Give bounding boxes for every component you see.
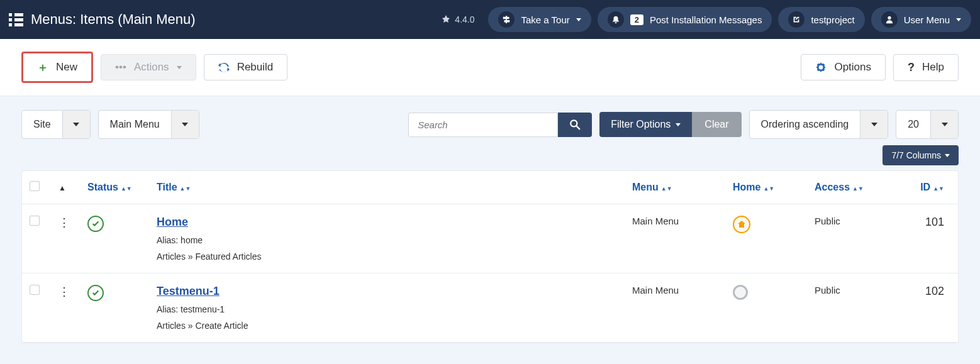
item-title-link[interactable]: Home: [157, 216, 188, 228]
ellipsis-icon: •••: [115, 61, 126, 74]
row-actions-menu[interactable]: ⋮: [58, 285, 70, 298]
status-published-icon[interactable]: [87, 216, 104, 232]
joomla-version: 4.4.0: [441, 14, 474, 25]
ordering-column[interactable]: ▲: [58, 184, 66, 192]
item-menu: Main Menu: [625, 204, 725, 273]
search-icon: [569, 119, 581, 130]
ordering-select[interactable]: Ordering ascending: [749, 110, 889, 139]
access-header[interactable]: Access▲▼: [807, 171, 901, 204]
home-header[interactable]: Home▲▼: [725, 171, 807, 204]
item-title-link[interactable]: Testmenu-1: [157, 285, 220, 297]
row-actions-menu[interactable]: ⋮: [58, 216, 70, 229]
svg-point-0: [888, 16, 891, 19]
chevron-down-icon: [182, 123, 188, 126]
notification-badge: 2: [630, 14, 643, 25]
home-toggle[interactable]: [733, 285, 748, 300]
client-select[interactable]: Site: [21, 110, 91, 139]
chevron-down-icon: [73, 123, 79, 126]
table-row: ⋮Testmenu-1Alias: testmenu-1Articles » C…: [22, 273, 958, 343]
plus-icon: ＋: [37, 60, 48, 75]
id-header[interactable]: ID▲▼: [901, 171, 958, 204]
filter-options-button[interactable]: Filter Options: [599, 112, 692, 137]
search-input[interactable]: [408, 113, 558, 137]
item-access: Public: [807, 204, 901, 273]
home-default-icon[interactable]: [733, 216, 750, 233]
item-id: 102: [901, 273, 958, 343]
item-access: Public: [807, 273, 901, 343]
limit-select[interactable]: 20: [896, 110, 959, 139]
cog-icon: [815, 62, 827, 73]
columns-button[interactable]: 7/7 Columns: [883, 145, 959, 165]
user-icon: [881, 11, 898, 28]
search-button[interactable]: [558, 113, 592, 137]
item-menu: Main Menu: [625, 273, 725, 343]
rebuild-button[interactable]: Rebuild: [204, 54, 288, 80]
svg-point-1: [571, 120, 577, 126]
map-signs-icon: [498, 11, 515, 28]
menu-header[interactable]: Menu▲▼: [625, 171, 725, 204]
item-id: 101: [901, 204, 958, 273]
item-alias: Alias: testmenu-1: [157, 304, 617, 314]
user-menu-button[interactable]: User Menu: [871, 7, 971, 32]
row-checkbox[interactable]: [30, 285, 40, 295]
caret-down-icon: [945, 154, 950, 157]
chevron-down-icon: [871, 123, 877, 126]
chevron-down-icon: [177, 66, 182, 69]
actions-button[interactable]: ••• Actions: [101, 54, 196, 80]
bell-icon: [608, 11, 624, 28]
joomla-icon: [441, 14, 451, 25]
help-button[interactable]: ? Help: [893, 54, 959, 81]
item-path: Articles » Featured Articles: [157, 251, 617, 262]
row-checkbox[interactable]: [30, 216, 40, 226]
svg-line-2: [576, 126, 580, 130]
select-all-checkbox[interactable]: [30, 181, 40, 191]
sidebar-toggle-icon[interactable]: [9, 13, 23, 26]
new-button[interactable]: ＋ New: [21, 52, 93, 83]
chevron-down-icon: [676, 123, 681, 126]
status-header[interactable]: Status▲▼: [80, 171, 149, 204]
title-header[interactable]: Title▲▼: [149, 171, 625, 204]
clear-button[interactable]: Clear: [692, 112, 741, 137]
chevron-down-icon: [576, 18, 581, 21]
chevron-down-icon: [942, 123, 948, 126]
item-alias: Alias: home: [157, 235, 617, 245]
page-title: Menus: Items (Main Menu): [31, 11, 196, 28]
menu-select[interactable]: Main Menu: [98, 110, 199, 139]
chevron-down-icon: [956, 18, 961, 21]
options-button[interactable]: Options: [801, 54, 886, 80]
refresh-icon: [218, 62, 230, 73]
external-link-icon: [788, 11, 805, 28]
item-path: Articles » Create Article: [157, 321, 617, 331]
question-icon: ?: [908, 61, 915, 74]
status-published-icon[interactable]: [87, 285, 104, 301]
post-install-messages-button[interactable]: 2 Post Installation Messages: [598, 7, 772, 32]
take-tour-button[interactable]: Take a Tour: [488, 7, 591, 32]
table-row: ⋮HomeAlias: homeArticles » Featured Arti…: [22, 204, 958, 273]
frontend-link[interactable]: testproject: [778, 7, 864, 32]
